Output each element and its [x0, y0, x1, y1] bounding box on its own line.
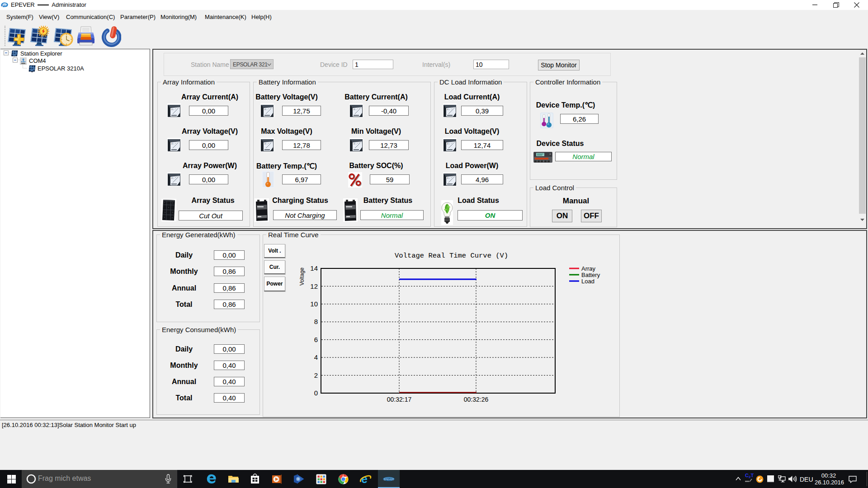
svg-text:14: 14	[310, 264, 318, 272]
svg-text:4: 4	[314, 353, 318, 361]
svg-text:00:32:26: 00:32:26	[464, 396, 489, 403]
svg-text:Load: Load	[581, 278, 594, 285]
svg-text:2: 2	[314, 371, 318, 379]
svg-text:12: 12	[310, 282, 318, 290]
svg-text:8: 8	[314, 318, 318, 325]
svg-text:EPEVER: EPEVER	[384, 478, 394, 481]
svg-text:Array: Array	[581, 265, 596, 272]
svg-text:0: 0	[314, 389, 318, 397]
svg-text:6: 6	[314, 336, 318, 343]
svg-text:00:32:17: 00:32:17	[387, 396, 412, 403]
svg-text:e: e	[361, 473, 368, 485]
svg-text:EPS: EPS	[2, 4, 7, 7]
svg-text:10: 10	[310, 300, 318, 308]
svg-text:Battery: Battery	[581, 272, 600, 278]
